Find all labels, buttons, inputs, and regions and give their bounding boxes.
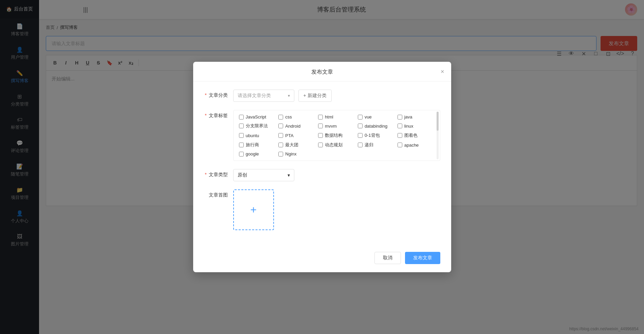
tag-label: css [285, 114, 292, 119]
tag-item[interactable]: 递归 [358, 142, 395, 148]
chevron-down-icon-type: ▾ [288, 172, 290, 178]
tag-checkbox[interactable] [278, 115, 283, 119]
tag-item[interactable]: databinding [358, 123, 395, 129]
tags-scrollbar-thumb [437, 112, 439, 131]
tag-label: PTA [285, 133, 293, 138]
dialog-close-button[interactable]: × [441, 69, 444, 75]
tag-checkbox[interactable] [239, 133, 244, 138]
tag-checkbox[interactable] [358, 115, 363, 119]
tag-item[interactable]: 动态规划 [318, 142, 355, 148]
article-type-value: 原创 [238, 172, 247, 178]
tag-label: mvvm [325, 124, 337, 129]
cover-form-row: 文章首图 + [204, 189, 440, 230]
tag-label: Android [285, 124, 300, 129]
category-select[interactable]: 请选择文章分类 ▾ [233, 90, 294, 102]
tag-label: 最大团 [285, 142, 298, 148]
tag-item[interactable]: css [278, 114, 315, 119]
tag-checkbox[interactable] [358, 133, 363, 138]
tag-label: JavaScript [246, 114, 266, 119]
tag-checkbox[interactable] [278, 133, 283, 138]
tag-checkbox[interactable] [239, 143, 244, 147]
category-label-text: 文章分类 [209, 92, 228, 98]
tag-label: 分支限界法 [246, 123, 268, 129]
tag-checkbox[interactable] [318, 133, 323, 138]
tag-item[interactable]: 分支限界法 [239, 123, 276, 129]
tag-label: ubuntu [246, 133, 259, 138]
tag-checkbox[interactable] [358, 143, 363, 147]
tag-item[interactable]: 图着色 [398, 132, 435, 138]
add-cover-icon: + [250, 204, 257, 216]
tag-item[interactable]: Nginx [278, 151, 315, 156]
tags-form-row: * 文章标签 JavaScriptcsshtmlvuejava分支限界法Andr… [204, 110, 440, 161]
tag-label: 递归 [365, 142, 373, 148]
required-marker: * [205, 92, 206, 98]
tags-scrollbar[interactable] [437, 112, 439, 159]
article-type-control: 原创 ▾ [233, 169, 440, 181]
category-label: * 文章分类 [204, 90, 228, 98]
tag-checkbox[interactable] [398, 133, 402, 138]
tag-label: 0-1背包 [365, 132, 380, 138]
tag-checkbox[interactable] [398, 115, 402, 119]
tag-item[interactable]: Android [278, 123, 315, 129]
tag-label: 图着色 [404, 132, 418, 138]
cover-upload-area[interactable]: + [233, 189, 274, 230]
chevron-down-icon: ▾ [288, 93, 290, 98]
tag-checkbox[interactable] [278, 124, 283, 128]
tag-label: databinding [365, 124, 387, 129]
tag-item[interactable]: 最大团 [278, 142, 315, 148]
tags-label-text: 文章标签 [209, 113, 228, 118]
tag-item[interactable]: PTA [278, 132, 315, 138]
tag-label: 动态规划 [325, 142, 343, 148]
tag-item[interactable]: linux [398, 123, 435, 129]
cancel-button[interactable]: 取消 [374, 252, 401, 264]
tag-item[interactable]: apache [398, 142, 435, 148]
tags-grid: JavaScriptcsshtmlvuejava分支限界法Androidmvvm… [239, 114, 435, 156]
tag-item[interactable]: JavaScript [239, 114, 276, 119]
category-form-row: * 文章分类 请选择文章分类 ▾ + 新建分类 [204, 90, 440, 102]
publish-dialog: 发布文章 × * 文章分类 请选择文章分类 ▾ + 新建分类 [193, 62, 451, 272]
dialog-title: 发布文章 [311, 69, 333, 76]
tag-checkbox[interactable] [239, 124, 244, 128]
tag-checkbox[interactable] [318, 143, 323, 147]
tag-checkbox[interactable] [358, 124, 363, 128]
tag-item[interactable]: google [239, 151, 276, 156]
tag-checkbox[interactable] [318, 124, 323, 128]
tag-checkbox[interactable] [318, 115, 323, 119]
tag-label: 旅行商 [246, 142, 259, 148]
tag-item[interactable]: 0-1背包 [358, 132, 395, 138]
dialog-footer: 取消 发布文章 [193, 246, 451, 272]
new-category-button[interactable]: + 新建分类 [298, 90, 332, 102]
tags-label: * 文章标签 [204, 110, 228, 119]
category-placeholder: 请选择文章分类 [238, 93, 271, 99]
publish-confirm-button[interactable]: 发布文章 [405, 252, 440, 264]
tag-checkbox[interactable] [278, 143, 283, 147]
tag-item[interactable]: 旅行商 [239, 142, 276, 148]
article-type-select[interactable]: 原创 ▾ [233, 169, 294, 181]
dialog-body: * 文章分类 请选择文章分类 ▾ + 新建分类 * 文章标签 [193, 81, 451, 246]
required-marker-tags: * [205, 113, 206, 118]
tag-label: google [246, 151, 259, 156]
tag-checkbox[interactable] [278, 152, 283, 156]
dialog-overlay[interactable]: 发布文章 × * 文章分类 请选择文章分类 ▾ + 新建分类 [0, 0, 644, 334]
tag-item[interactable]: html [318, 114, 355, 119]
tag-label: java [404, 114, 412, 119]
tag-item[interactable]: ubuntu [239, 132, 276, 138]
tag-label: linux [404, 124, 413, 129]
article-type-form-row: * 文章类型 原创 ▾ [204, 169, 440, 181]
tag-checkbox[interactable] [239, 115, 244, 119]
tag-label: html [325, 114, 333, 119]
tag-checkbox[interactable] [398, 143, 402, 147]
tag-item[interactable]: java [398, 114, 435, 119]
article-type-label: * 文章类型 [204, 169, 228, 178]
tag-item[interactable]: 数据结构 [318, 132, 355, 138]
tag-label: 数据结构 [325, 132, 343, 138]
tag-checkbox[interactable] [239, 152, 244, 156]
tag-label: apache [404, 143, 419, 148]
tag-checkbox[interactable] [398, 124, 402, 128]
tag-item[interactable]: mvvm [318, 123, 355, 129]
cover-control: + [233, 189, 440, 230]
tags-control: JavaScriptcsshtmlvuejava分支限界法Androidmvvm… [233, 110, 440, 161]
tag-label: Nginx [285, 151, 296, 156]
tag-item[interactable]: vue [358, 114, 395, 119]
article-type-label-text: 文章类型 [209, 172, 228, 177]
